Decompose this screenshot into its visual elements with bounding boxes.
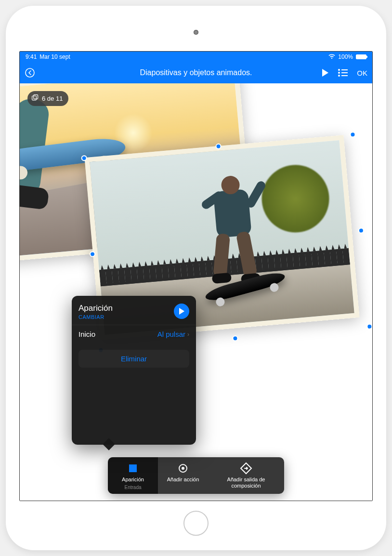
toolbar-build-in-sub: Entrada bbox=[124, 485, 141, 490]
ok-button[interactable]: OK bbox=[357, 69, 367, 77]
resize-handle-bottom-mid[interactable] bbox=[232, 335, 238, 342]
battery-icon bbox=[356, 54, 366, 59]
start-label: Inicio bbox=[78, 330, 95, 338]
ipad-device-frame: 9:41 Mar 10 sept 100% Diapositivas y obj… bbox=[6, 6, 386, 550]
preview-play-button[interactable] bbox=[174, 304, 189, 319]
chevron-right-icon: › bbox=[187, 331, 189, 338]
svg-point-5 bbox=[338, 75, 340, 77]
slide-navigator-button[interactable]: 6 de 11 bbox=[27, 91, 68, 106]
svg-rect-7 bbox=[32, 96, 37, 100]
svg-rect-4 bbox=[341, 72, 348, 73]
page-title: Diapositivas y objetos animados. bbox=[78, 68, 314, 77]
build-in-icon bbox=[127, 462, 139, 475]
back-button[interactable] bbox=[25, 67, 35, 78]
animation-popover: Aparición CAMBIAR Inicio Al pulsar › Eli… bbox=[72, 296, 196, 445]
status-bar: 9:41 Mar 10 sept 100% bbox=[20, 52, 372, 62]
change-effect-button[interactable]: CAMBIAR bbox=[78, 314, 113, 320]
popover-arrow bbox=[103, 438, 115, 450]
status-date: Mar 10 sept bbox=[39, 53, 70, 60]
battery-pct: 100% bbox=[338, 53, 353, 60]
resize-handle-mid-right[interactable] bbox=[358, 227, 364, 234]
slide-canvas[interactable]: 6 de 11 bbox=[20, 83, 372, 501]
wifi-icon bbox=[328, 53, 335, 61]
start-value: Al pulsar bbox=[157, 330, 185, 338]
status-time: 9:41 bbox=[26, 53, 37, 60]
play-button[interactable] bbox=[321, 68, 329, 77]
build-out-icon bbox=[240, 462, 252, 475]
toolbar-build-in-label: Aparición bbox=[122, 477, 144, 483]
svg-rect-8 bbox=[34, 95, 38, 99]
svg-rect-6 bbox=[341, 75, 348, 76]
toolbar-add-action-label: Añadir acción bbox=[167, 477, 199, 483]
svg-rect-2 bbox=[341, 69, 348, 70]
resize-handle-bottom-right[interactable] bbox=[366, 323, 372, 330]
add-action-icon bbox=[177, 462, 189, 475]
home-button[interactable] bbox=[183, 511, 209, 536]
build-order-button[interactable] bbox=[338, 68, 348, 77]
toolbar-add-action[interactable]: Añadir acción bbox=[158, 457, 208, 494]
svg-point-11 bbox=[182, 467, 184, 470]
popover-title: Aparición bbox=[78, 304, 113, 313]
slide-counter: 6 de 11 bbox=[42, 95, 63, 102]
screen: 9:41 Mar 10 sept 100% Diapositivas y obj… bbox=[19, 51, 373, 501]
toolbar-build-out[interactable]: Añadir salida de composición bbox=[208, 457, 284, 494]
svg-point-3 bbox=[338, 72, 340, 74]
delete-animation-button[interactable]: Eliminar bbox=[78, 350, 189, 368]
front-camera bbox=[194, 30, 198, 35]
animation-toolbar: Aparición Entrada Añadir acción Añadir s… bbox=[108, 457, 284, 494]
start-row[interactable]: Inicio Al pulsar › bbox=[72, 325, 196, 343]
svg-rect-9 bbox=[129, 464, 137, 472]
svg-point-1 bbox=[338, 69, 340, 71]
app-header: Diapositivas y objetos animados. OK bbox=[20, 62, 372, 83]
toolbar-build-in[interactable]: Aparición Entrada bbox=[108, 457, 158, 494]
toolbar-build-out-label: Añadir salida de composición bbox=[214, 477, 278, 489]
resize-handle-top-right[interactable] bbox=[350, 132, 356, 138]
slides-icon bbox=[31, 94, 39, 103]
svg-point-0 bbox=[26, 68, 34, 77]
